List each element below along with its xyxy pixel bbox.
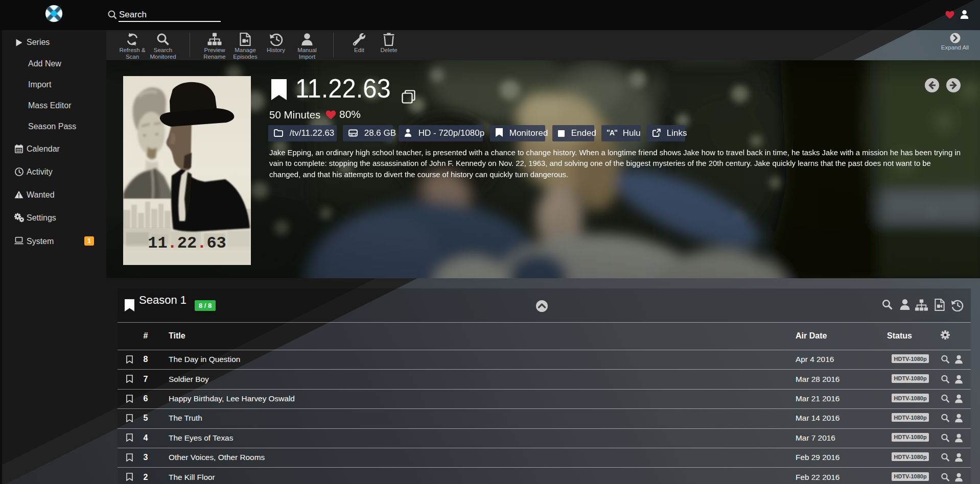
svg-text:11.22.63: 11.22.63 [148,234,226,253]
svg-text:A: A [610,129,615,137]
